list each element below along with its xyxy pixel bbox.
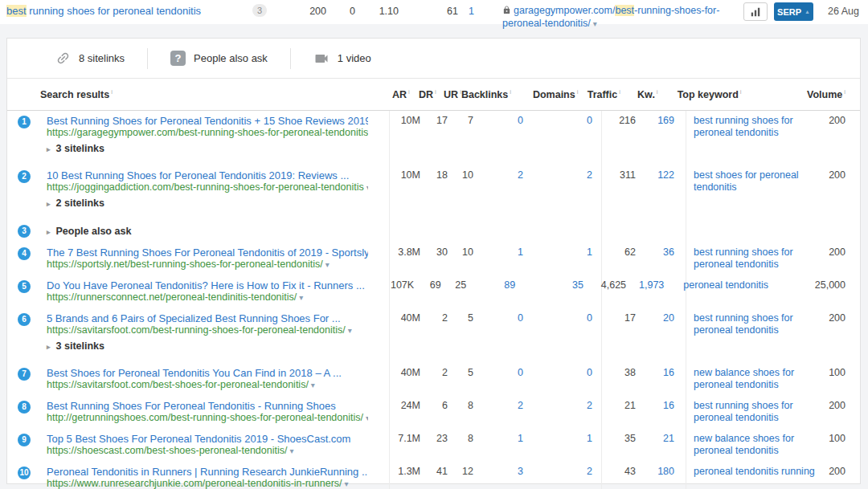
backlinks-link[interactable]: 0 <box>473 310 523 360</box>
dr-value: 17 <box>420 112 448 162</box>
top-keyword-link[interactable]: peroneal tendonitis running <box>694 466 818 478</box>
domains-link[interactable]: 2 <box>523 167 592 217</box>
url-prefix: garagegympower.com/ <box>514 5 615 16</box>
top-keyword-link[interactable]: best running shoes for peroneal tendonit… <box>694 115 818 139</box>
result-title-link[interactable]: Peroneal Tendonitis in Runners | Running… <box>47 466 368 478</box>
url-dropdown-caret-icon[interactable]: ▾ <box>326 260 330 269</box>
header-domains[interactable]: Domainsi <box>511 88 579 100</box>
domains-link[interactable]: 1 <box>523 244 592 272</box>
domains-link[interactable]: 0 <box>523 310 592 360</box>
domains-link[interactable]: 2 <box>523 463 592 489</box>
result-url-link[interactable]: https://www.runresearchjunkie.com/perone… <box>47 478 342 489</box>
domains-link[interactable]: 35 <box>515 277 583 305</box>
volume-value: 200 <box>827 112 860 162</box>
keywords-count-link[interactable]: 122 <box>636 167 674 217</box>
result-url: https://garagegympower.com/best-running-… <box>47 127 368 139</box>
header-dr[interactable]: DRi <box>410 88 436 100</box>
backlinks-link[interactable]: 1 <box>473 430 523 458</box>
keywords-count-badge: 3 <box>252 4 267 17</box>
keywords-count-link[interactable]: 20 <box>636 310 674 360</box>
result-title-link[interactable]: Best Shoes for Peroneal Tendonitis You C… <box>47 367 342 379</box>
result-url-link[interactable]: http://getrunningshoes.com/best-running-… <box>47 412 363 423</box>
top-keyword-link[interactable]: best running shoes for peroneal tendonit… <box>694 247 818 271</box>
domains-link[interactable]: 1 <box>523 430 592 458</box>
top-keyword-link[interactable]: new balance shoes for peroneal tendoniti… <box>694 433 818 457</box>
header-traffic[interactable]: Traffici <box>579 88 620 100</box>
result-title-link[interactable]: 10 Best Running Shoes for Peroneal Tendo… <box>47 169 368 181</box>
position-badge: 5 <box>18 280 31 293</box>
keywords-count-link[interactable]: 180 <box>636 463 674 489</box>
serp-toggle-button[interactable]: SERP▲ <box>774 2 813 21</box>
header-kw[interactable]: Kw.i <box>620 88 658 100</box>
keywords-count-link[interactable]: 16 <box>636 365 674 393</box>
url-dropdown-caret-icon[interactable]: ▾ <box>289 446 293 455</box>
backlinks-link[interactable]: 0 <box>473 112 523 162</box>
result-url: http://getrunningshoes.com/best-running-… <box>47 412 368 424</box>
header-top-keyword[interactable]: Top keywordi <box>658 88 807 100</box>
domains-link[interactable]: 0 <box>523 112 592 162</box>
domains-link[interactable]: 0 <box>523 365 592 393</box>
ranking-url[interactable]: garagegympower.com/best-running-shoes-fo… <box>502 4 731 31</box>
url-dropdown-caret-icon[interactable]: ▾ <box>348 326 352 335</box>
serp-feature-sitelinks[interactable]: 8 sitelinks <box>55 51 125 66</box>
keyword-position-link[interactable]: 1 <box>458 6 474 17</box>
result-url-link[interactable]: https://savitarsfoot.com/best-running-sh… <box>47 324 346 336</box>
keywords-count-link[interactable]: 36 <box>636 244 674 272</box>
top-keyword-link[interactable]: best running shoes for peroneal tendonit… <box>694 400 818 424</box>
ur-value: 12 <box>448 463 473 489</box>
position-history-chart-button[interactable] <box>743 2 768 21</box>
sitelinks-toggle[interactable]: ▸2 sitelinks <box>47 198 389 209</box>
sitelinks-toggle[interactable]: ▸3 sitelinks <box>47 340 389 352</box>
dr-value: 30 <box>420 244 448 272</box>
top-keyword-link[interactable]: peroneal tendonitis <box>683 279 808 291</box>
backlinks-link[interactable]: 2 <box>473 397 523 426</box>
top-keyword-link[interactable]: new balance shoes for peroneal tendoniti… <box>694 367 818 391</box>
header-search-results[interactable]: Search resultsi <box>7 88 379 100</box>
domains-link[interactable]: 2 <box>523 397 592 426</box>
header-backlinks[interactable]: Backlinksi <box>461 88 511 100</box>
keywords-count-link[interactable]: 1,973 <box>626 277 664 305</box>
backlinks-link[interactable]: 1 <box>473 244 523 272</box>
serp-feature-video[interactable]: 1 video <box>313 51 371 67</box>
serp-feature-toggle[interactable]: ▸People also ask <box>47 224 131 238</box>
result-url-link[interactable]: https://joggingaddiction.com/best-runnin… <box>47 181 364 193</box>
serp-feature-people-also-ask[interactable]: ? People also ask <box>170 51 268 66</box>
result-title-link[interactable]: Best Running Shoes For Peroneal Tendonit… <box>47 400 368 412</box>
expand-caret-icon: ▸ <box>47 145 51 153</box>
backlinks-link[interactable]: 0 <box>473 365 523 393</box>
keywords-count-link[interactable]: 16 <box>636 397 674 426</box>
ar-value: 7.1M <box>389 430 420 458</box>
url-dropdown-caret-icon[interactable]: ▾ <box>366 414 368 422</box>
header-volume[interactable]: Volumei <box>807 88 860 100</box>
result-url-link[interactable]: https://garagegympower.com/best-running-… <box>47 127 368 138</box>
url-dropdown-caret-icon[interactable]: ▾ <box>366 183 368 192</box>
url-dropdown-caret-icon[interactable]: ▾ <box>593 19 597 28</box>
result-title-link[interactable]: 5 Brands and 6 Pairs of Specialized Best… <box>47 312 352 324</box>
header-ur[interactable]: URi <box>436 88 461 100</box>
result-url: https://savitarsfoot.com/best-running-sh… <box>47 324 352 336</box>
traffic-value: 17 <box>592 310 636 360</box>
top-keyword-link[interactable]: best running shoes for peroneal tendonit… <box>694 312 818 336</box>
header-ar[interactable]: ARi <box>379 88 410 100</box>
result-url-link[interactable]: https://sportsly.net/best-running-shoes-… <box>47 259 323 270</box>
url-dropdown-caret-icon[interactable]: ▾ <box>299 293 303 302</box>
result-title-link[interactable]: The 7 Best Running Shoes For Peroneal Te… <box>47 247 368 259</box>
result-title-link[interactable]: Do You Have Peroneal Tendonitis? Here is… <box>47 279 365 291</box>
backlinks-link[interactable]: 3 <box>473 463 523 489</box>
keywords-count-link[interactable]: 169 <box>636 112 674 162</box>
backlinks-link[interactable]: 89 <box>466 277 515 305</box>
result-url-link[interactable]: https://savitarsfoot.com/best-shoes-for-… <box>47 379 309 390</box>
url-dropdown-caret-icon[interactable]: ▾ <box>345 479 349 488</box>
result-title-link[interactable]: Top 5 Best Shoes For Peroneal Tendonitis… <box>47 433 350 445</box>
top-keyword-cell: best running shoes for peroneal tendonit… <box>674 112 827 162</box>
result-url-link[interactable]: https://shoescast.com/best-shoes-peronea… <box>47 445 287 456</box>
table-row: 7 Best Shoes for Peroneal Tendonitis You… <box>7 365 860 393</box>
url-dropdown-caret-icon[interactable]: ▾ <box>311 381 315 389</box>
keywords-count-link[interactable]: 21 <box>636 430 674 458</box>
result-url-link[interactable]: https://runnersconnect.net/peroneal-tend… <box>47 291 297 303</box>
sitelinks-toggle[interactable]: ▸3 sitelinks <box>47 143 389 154</box>
backlinks-link[interactable]: 2 <box>473 167 523 217</box>
result-title-link[interactable]: Best Running Shoes for Peroneal Tendonit… <box>47 115 368 127</box>
top-keyword-link[interactable]: best shoes for peroneal tendonitis <box>694 169 818 194</box>
keyword-link[interactable]: best running shoes for peroneal tendonit… <box>6 5 201 17</box>
